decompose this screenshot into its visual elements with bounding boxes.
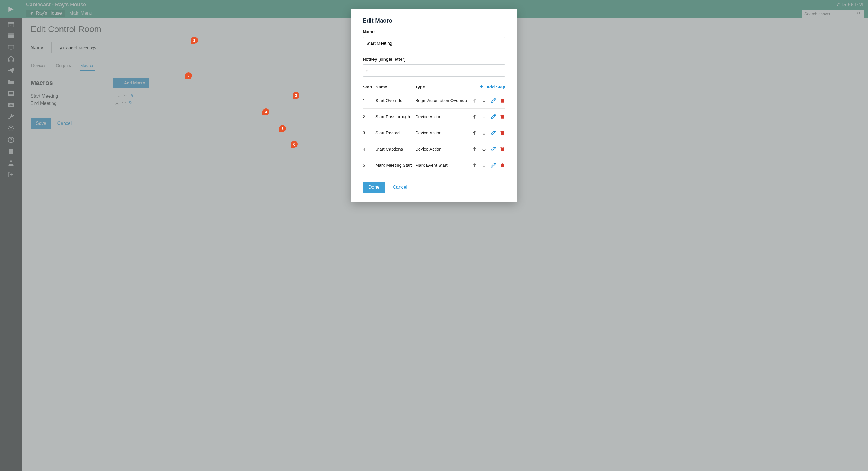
col-step: Step [363, 84, 375, 89]
modal-cancel-link[interactable]: Cancel [393, 185, 407, 190]
col-type: Type [415, 84, 470, 89]
move-down-icon[interactable] [481, 114, 487, 120]
annotation-bubble: 4 [262, 108, 270, 115]
step-type: Begin Automation Override [415, 98, 470, 103]
move-down-icon[interactable] [481, 130, 487, 136]
macro-name-input[interactable] [363, 37, 505, 49]
svg-point-39 [494, 163, 495, 164]
step-type: Mark Event Start [415, 163, 470, 168]
edit-macro-modal: Edit Macro Name Hotkey (single letter) S… [351, 9, 517, 202]
add-step-label: Add Step [486, 84, 505, 89]
step-name: Start Captions [375, 147, 415, 151]
step-row: 4Start CaptionsDevice Action [363, 141, 505, 157]
svg-point-27 [494, 98, 495, 99]
move-up-icon[interactable] [472, 114, 477, 120]
step-number: 4 [363, 147, 375, 151]
delete-step-icon[interactable] [500, 146, 505, 152]
step-row: 1Start OverrideBegin Automation Override [363, 92, 505, 108]
done-button[interactable]: Done [363, 182, 385, 193]
col-name: Name [375, 84, 415, 89]
step-name: Start Override [375, 98, 415, 103]
macro-hotkey-input[interactable] [363, 64, 505, 77]
step-number: 5 [363, 163, 375, 168]
annotation-bubble: 3 [292, 92, 300, 99]
annotation-bubble: 6 [291, 141, 298, 148]
edit-step-icon[interactable] [490, 98, 496, 104]
delete-step-icon[interactable] [500, 163, 505, 168]
modal-hotkey-label: Hotkey (single letter) [363, 57, 505, 62]
modal-heading: Edit Macro [363, 17, 505, 24]
move-up-icon[interactable] [472, 163, 477, 168]
step-type: Device Action [415, 130, 470, 135]
move-up-icon [472, 98, 477, 104]
step-number: 2 [363, 114, 375, 119]
step-number: 3 [363, 130, 375, 135]
edit-step-icon[interactable] [490, 130, 496, 136]
move-down-icon [481, 163, 487, 168]
delete-step-icon[interactable] [500, 130, 505, 136]
svg-point-33 [494, 130, 495, 131]
delete-step-icon[interactable] [500, 98, 505, 104]
move-up-icon[interactable] [472, 146, 477, 152]
delete-step-icon[interactable] [500, 114, 505, 120]
step-name: Mark Meeting Start [375, 163, 415, 168]
step-row: 2Start PassthroughDevice Action [363, 108, 505, 124]
step-type: Device Action [415, 147, 470, 151]
svg-point-36 [494, 147, 495, 148]
modal-name-label: Name [363, 29, 505, 34]
annotation-bubble: 2 [185, 72, 192, 79]
step-name: Start Passthrough [375, 114, 415, 119]
annotation-bubble: 5 [279, 125, 286, 132]
move-down-icon[interactable] [481, 98, 487, 104]
add-step-button[interactable]: Add Step [479, 84, 505, 89]
step-type: Device Action [415, 114, 470, 119]
step-number: 1 [363, 98, 375, 103]
svg-point-30 [494, 114, 495, 115]
edit-step-icon[interactable] [490, 114, 496, 120]
step-row: 3Start RecordDevice Action [363, 124, 505, 141]
steps-header: Step Name Type Add Step [363, 84, 505, 92]
edit-step-icon[interactable] [490, 146, 496, 152]
edit-step-icon[interactable] [490, 163, 496, 168]
step-name: Start Record [375, 130, 415, 135]
move-up-icon[interactable] [472, 130, 477, 136]
step-row: 5Mark Meeting StartMark Event Start [363, 157, 505, 173]
move-down-icon[interactable] [481, 146, 487, 152]
annotation-bubble: 1 [191, 37, 198, 43]
